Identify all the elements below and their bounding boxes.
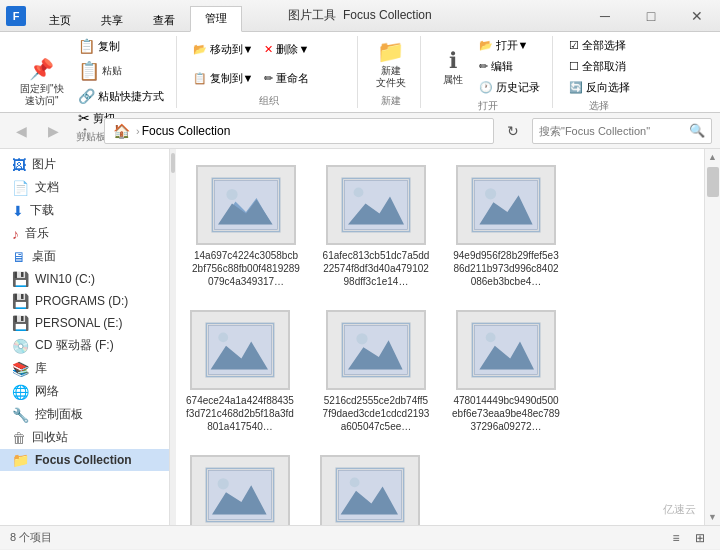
open-items: ℹ 属性 📂 打开▼ ✏ 编辑 🕐 历史记录 <box>433 36 544 97</box>
rename-icon: ✏ <box>264 72 273 85</box>
copy-icon: 📋 <box>78 38 95 54</box>
move-label: 移动到▼ <box>210 42 254 57</box>
list-view-button[interactable]: ≡ <box>666 528 686 548</box>
minimize-button[interactable]: ─ <box>582 0 628 32</box>
file-item-8[interactable]: bbf14181b4f056e890856e54f13c58b23112538b… <box>310 449 430 525</box>
forward-button[interactable]: ▶ <box>40 118 66 144</box>
open-button[interactable]: 📂 打开▼ <box>475 36 544 55</box>
paste-button[interactable]: 📋 粘贴 <box>74 58 168 84</box>
svg-point-3 <box>226 189 237 200</box>
svg-point-29 <box>486 333 496 343</box>
file-name-6: 478014449bc9490d500ebf6e73eaa9be48ec7893… <box>452 394 560 433</box>
vertical-scrollbar[interactable]: ▲ ▼ <box>704 149 720 525</box>
sidebar-label-f-drive: CD 驱动器 (F:) <box>35 337 114 354</box>
copy-to-icon: 📋 <box>193 72 207 85</box>
f-drive-icon: 💿 <box>12 338 29 354</box>
sidebar-item-music[interactable]: ♪ 音乐 <box>0 222 169 245</box>
open-label: 打开 <box>478 97 498 113</box>
tab-home[interactable]: 主页 <box>34 8 86 32</box>
c-drive-icon: 💾 <box>12 271 29 287</box>
pin-to-quickaccess-button[interactable]: 📌 固定到"快速访问" <box>14 54 70 110</box>
sidebar-item-desktop[interactable]: 🖥 桌面 <box>0 245 169 268</box>
file-thumbnail-3 <box>456 165 556 245</box>
address-bar: ◀ ▶ ↑ 🏠 › Focus Collection ↻ 🔍 <box>0 113 720 149</box>
sidebar-item-pictures[interactable]: 🖼 图片 <box>0 153 169 176</box>
rename-label: 重命名 <box>276 71 309 86</box>
search-input[interactable] <box>539 125 685 137</box>
file-item-7[interactable]: ad466945e328e5bbde0cddd4ce85af3fda65ac1a… <box>180 449 300 525</box>
maximize-button[interactable]: □ <box>628 0 674 32</box>
close-button[interactable]: ✕ <box>674 0 720 32</box>
move-icon: 📂 <box>193 43 207 56</box>
sidebar-item-focus-collection[interactable]: 📁 Focus Collection <box>0 449 169 471</box>
sidebar-item-downloads[interactable]: ⬇ 下载 <box>0 199 169 222</box>
invert-icon: 🔄 <box>569 81 583 94</box>
tab-manage[interactable]: 管理 <box>190 6 242 32</box>
path-separator: › <box>136 125 140 137</box>
d-drive-icon: 💾 <box>12 293 29 309</box>
paste-label: 粘贴 <box>102 65 122 77</box>
title-bar-left: F 主页 共享 查看 管理 <box>0 0 242 32</box>
sidebar-item-c-drive[interactable]: 💾 WIN10 (C:) <box>0 268 169 290</box>
pin-label: 固定到"快速访问" <box>20 83 64 107</box>
file-item-5[interactable]: 5216cd2555ce2db74ff57f9daed3cde1cdcd2193… <box>316 304 436 439</box>
copy-button[interactable]: 📋 复制 <box>74 36 168 56</box>
delete-button[interactable]: ✕ 删除▼ <box>260 40 313 59</box>
file-item-6[interactable]: 478014449bc9490d500ebf6e73eaa9be48ec7893… <box>446 304 566 439</box>
sidebar-item-f-drive[interactable]: 💿 CD 驱动器 (F:) <box>0 334 169 357</box>
tab-share[interactable]: 共享 <box>86 8 138 32</box>
move-to-button[interactable]: 📂 移动到▼ <box>189 40 258 59</box>
sidebar-label-documents: 文档 <box>35 179 59 196</box>
sidebar-item-e-drive[interactable]: 💾 PERSONAL (E:) <box>0 312 169 334</box>
sidebar: 🖼 图片 📄 文档 ⬇ 下载 ♪ 音乐 🖥 桌面 💾 WIN10 (C:) 💾 … <box>0 149 170 525</box>
open-label: 打开▼ <box>496 38 529 53</box>
sidebar-item-network[interactable]: 🌐 网络 <box>0 380 169 403</box>
select-all-button[interactable]: ☑ 全部选择 <box>565 36 630 55</box>
new-items: 📁 新建文件夹 <box>370 36 412 92</box>
history-label: 历史记录 <box>496 80 540 95</box>
tab-view[interactable]: 查看 <box>138 8 190 32</box>
file-item-4[interactable]: 674ece24a1a424f88435f3d721c468d2b5f18a3f… <box>180 304 300 439</box>
address-path[interactable]: 🏠 › Focus Collection <box>104 118 494 144</box>
search-box[interactable]: 🔍 <box>532 118 712 144</box>
search-icon: 🔍 <box>689 123 705 138</box>
sidebar-item-library[interactable]: 📚 库 <box>0 357 169 380</box>
network-icon: 🌐 <box>12 384 29 400</box>
sidebar-item-recycle[interactable]: 🗑 回收站 <box>0 426 169 449</box>
ribbon-group-open: ℹ 属性 📂 打开▼ ✏ 编辑 🕐 历史记录 <box>425 36 553 108</box>
rename-button[interactable]: ✏ 重命名 <box>260 69 313 88</box>
grid-view-button[interactable]: ⊞ <box>690 528 710 548</box>
music-icon: ♪ <box>12 226 19 242</box>
paste-shortcut-button[interactable]: 🔗 粘贴快捷方式 <box>74 86 168 106</box>
scroll-up-button[interactable]: ▲ <box>708 149 717 165</box>
deselect-all-button[interactable]: ☐ 全部取消 <box>565 57 630 76</box>
watermark: 亿速云 <box>663 502 696 517</box>
file-thumbnail-6 <box>456 310 556 390</box>
file-item-1[interactable]: 14a697c4224c3058bcb2bf756c88fb00f4819289… <box>186 159 306 294</box>
scroll-down-button[interactable]: ▼ <box>708 509 717 525</box>
up-button[interactable]: ↑ <box>72 118 98 144</box>
properties-button[interactable]: ℹ 属性 <box>433 45 473 89</box>
invert-label: 反向选择 <box>586 80 630 95</box>
edit-button[interactable]: ✏ 编辑 <box>475 57 544 76</box>
organize-items: 📂 移动到▼ ✕ 删除▼ 📋 复制到▼ ✏ 重命名 <box>189 36 349 92</box>
copy-to-button[interactable]: 📋 复制到▼ <box>189 69 258 88</box>
clipboard-items: 📌 固定到"快速访问" 📋 复制 📋 粘贴 🔗 粘贴快捷方式 <box>14 36 168 128</box>
ribbon-group-select: ☑ 全部选择 ☐ 全部取消 🔄 反向选择 选择 <box>557 36 642 108</box>
sidebar-label-downloads: 下载 <box>30 202 54 219</box>
refresh-button[interactable]: ↻ <box>500 118 526 144</box>
file-item-2[interactable]: 61afec813cb51dc7a5dd22574f8df3d40a479102… <box>316 159 436 294</box>
sidebar-item-d-drive[interactable]: 💾 PROGRAMS (D:) <box>0 290 169 312</box>
ribbon-group-organize: 📂 移动到▼ ✕ 删除▼ 📋 复制到▼ ✏ 重命名 组织 <box>181 36 358 108</box>
sidebar-item-documents[interactable]: 📄 文档 <box>0 176 169 199</box>
sidebar-item-controlpanel[interactable]: 🔧 控制面板 <box>0 403 169 426</box>
title-bar-tabs: 主页 共享 查看 管理 <box>34 0 242 32</box>
invert-selection-button[interactable]: 🔄 反向选择 <box>565 78 634 97</box>
file-item-3[interactable]: 94e9d956f28b29ffef5e386d211b973d996c8402… <box>446 159 566 294</box>
window-title: 图片工具 Focus Collection <box>288 7 431 24</box>
new-folder-button[interactable]: 📁 新建文件夹 <box>370 36 412 92</box>
back-button[interactable]: ◀ <box>8 118 34 144</box>
history-button[interactable]: 🕐 历史记录 <box>475 78 544 97</box>
select-label: 选择 <box>589 97 609 113</box>
scroll-thumb[interactable] <box>707 167 719 197</box>
